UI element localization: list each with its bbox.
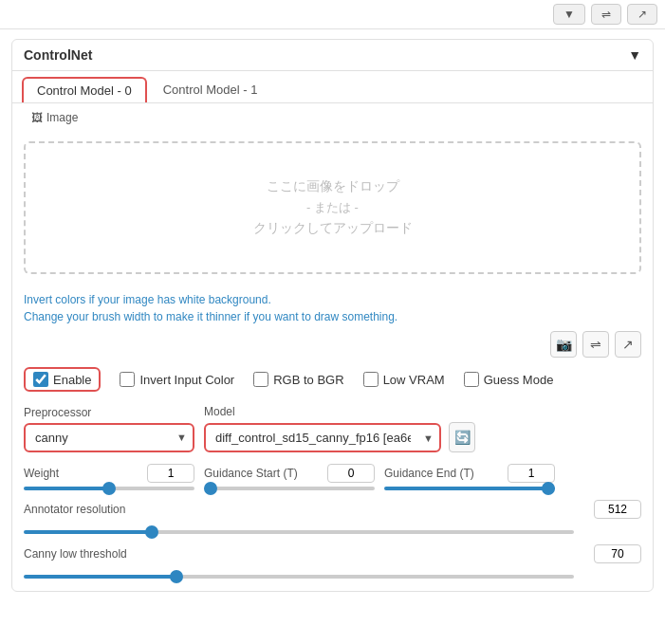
canny-low-threshold-slider[interactable] xyxy=(24,575,574,579)
tab-control-model-1[interactable]: Control Model - 1 xyxy=(149,77,272,102)
low-vram-checkbox[interactable] xyxy=(363,372,379,387)
top-bar-btn3[interactable]: ↗ xyxy=(627,4,657,25)
top-bar: ▼ ⇌ ↗ xyxy=(0,0,665,29)
main-sliders-row: Weight Guidance Start (T) Guidance End (… xyxy=(24,464,641,490)
upload-area[interactable]: ここに画像をドロップ - または - クリックしてアップロード xyxy=(24,141,641,274)
camera-icon-btn[interactable]: 📷 xyxy=(550,331,577,358)
rgb-bgr-label: RGB to BGR xyxy=(273,373,343,387)
sliders-section: Weight Guidance Start (T) Guidance End (… xyxy=(12,458,653,591)
checkbox-row: Enable Invert Input Color RGB to BGR Low… xyxy=(12,359,653,399)
controlnet-header: ControlNet ▼ xyxy=(12,40,653,71)
rgb-bgr-checkbox-item[interactable]: RGB to BGR xyxy=(253,372,343,387)
weight-slider-group: Weight xyxy=(24,464,194,490)
info-line1: Invert colors if your image has white ba… xyxy=(24,291,641,308)
preprocessor-group: Preprocessor canny none hed midas mlsd o… xyxy=(24,406,194,452)
invert-input-color-checkbox-item[interactable]: Invert Input Color xyxy=(120,372,234,387)
guess-mode-checkbox-item[interactable]: Guess Mode xyxy=(464,372,554,387)
annotator-resolution-slider[interactable] xyxy=(24,530,574,534)
preprocessor-select[interactable]: canny none hed midas mlsd openpose pidin… xyxy=(24,423,194,452)
guess-mode-label: Guess Mode xyxy=(484,373,554,387)
refresh-model-btn[interactable]: 🔄 xyxy=(449,422,475,452)
annotator-resolution-label: Annotator resolution xyxy=(24,503,125,516)
preprocessor-label: Preprocessor xyxy=(24,406,194,419)
top-bar-btn1[interactable]: ▼ xyxy=(553,4,585,25)
upload-text-line3: クリックしてアップロード xyxy=(253,220,413,237)
upload-text-line2: - または - xyxy=(306,199,359,216)
model-select-wrapper: diff_control_sd15_canny_fp16 [ea6e3b9c] … xyxy=(204,423,441,452)
canny-low-threshold-label: Canny low threshold xyxy=(24,547,127,561)
invert-input-color-checkbox[interactable] xyxy=(120,372,135,387)
preprocessor-select-wrapper: canny none hed midas mlsd openpose pidin… xyxy=(24,423,194,452)
model-select[interactable]: diff_control_sd15_canny_fp16 [ea6e3b9c] … xyxy=(204,423,441,452)
sub-tab-image[interactable]: 🖼 Image xyxy=(24,108,85,127)
icon-row: 📷 ⇌ ↗ xyxy=(12,329,653,359)
model-group: Model diff_control_sd15_canny_fp16 [ea6e… xyxy=(204,405,475,452)
guidance-end-slider[interactable] xyxy=(384,487,555,490)
guidance-end-label: Guidance End (T) xyxy=(384,467,474,480)
guess-mode-checkbox[interactable] xyxy=(464,372,479,387)
model-row: diff_control_sd15_canny_fp16 [ea6e3b9c] … xyxy=(204,422,475,452)
weight-label: Weight xyxy=(24,467,59,480)
top-bar-btn2[interactable]: ⇌ xyxy=(591,4,621,25)
guidance-start-slider-group: Guidance Start (T) xyxy=(204,464,375,490)
guidance-end-slider-group: Guidance End (T) xyxy=(384,464,555,490)
low-vram-label: Low VRAM xyxy=(383,373,445,387)
guidance-start-value-input[interactable] xyxy=(327,464,375,483)
low-vram-checkbox-item[interactable]: Low VRAM xyxy=(363,372,445,387)
canny-low-threshold-value-input[interactable] xyxy=(594,544,641,563)
controlnet-title: ControlNet xyxy=(24,47,92,63)
annotator-resolution-value-input[interactable] xyxy=(594,500,641,519)
swap-icon-btn[interactable]: ⇌ xyxy=(582,331,609,358)
info-line2: Change your brush width to make it thinn… xyxy=(24,308,641,325)
tab-control-model-0[interactable]: Control Model - 0 xyxy=(22,77,147,102)
upload-text-line1: ここに画像をドロップ xyxy=(267,178,399,195)
canny-low-threshold-group: Canny low threshold xyxy=(24,541,641,585)
info-text: Invert colors if your image has white ba… xyxy=(12,284,653,329)
invert-input-color-label: Invert Input Color xyxy=(139,373,234,387)
enable-checkbox-item[interactable]: Enable xyxy=(24,367,101,392)
select-row: Preprocessor canny none hed midas mlsd o… xyxy=(12,399,653,458)
model-label: Model xyxy=(204,405,475,418)
enable-checkbox[interactable] xyxy=(33,372,48,387)
controlnet-section: ControlNet ▼ Control Model - 0 Control M… xyxy=(11,39,654,592)
expand-icon-btn[interactable]: ↗ xyxy=(615,331,641,358)
controlnet-collapse-icon[interactable]: ▼ xyxy=(628,47,641,63)
sub-tabs-row: 🖼 Image xyxy=(12,103,653,132)
tabs-row: Control Model - 0 Control Model - 1 xyxy=(12,71,653,103)
rgb-bgr-checkbox[interactable] xyxy=(253,372,268,387)
guidance-end-value-input[interactable] xyxy=(508,464,555,483)
image-icon: 🖼 xyxy=(31,111,43,124)
annotator-resolution-group: Annotator resolution xyxy=(24,496,641,541)
guidance-start-slider[interactable] xyxy=(204,487,375,490)
weight-value-input[interactable] xyxy=(147,464,194,483)
weight-slider[interactable] xyxy=(24,487,194,490)
enable-label: Enable xyxy=(53,373,91,387)
guidance-start-label: Guidance Start (T) xyxy=(204,467,298,480)
